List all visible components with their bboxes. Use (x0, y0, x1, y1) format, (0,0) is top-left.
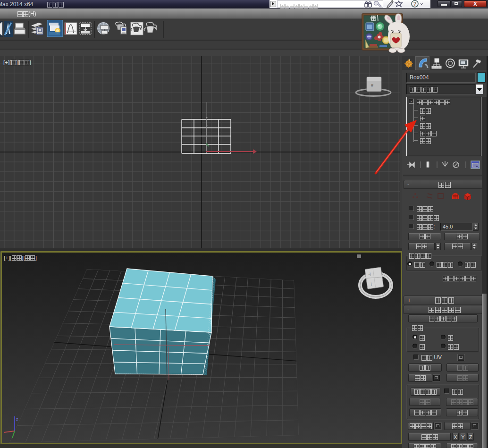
svg-text:?: ? (413, 1, 416, 7)
svg-text:#: # (371, 83, 373, 88)
svg-text:z: z (16, 417, 18, 422)
